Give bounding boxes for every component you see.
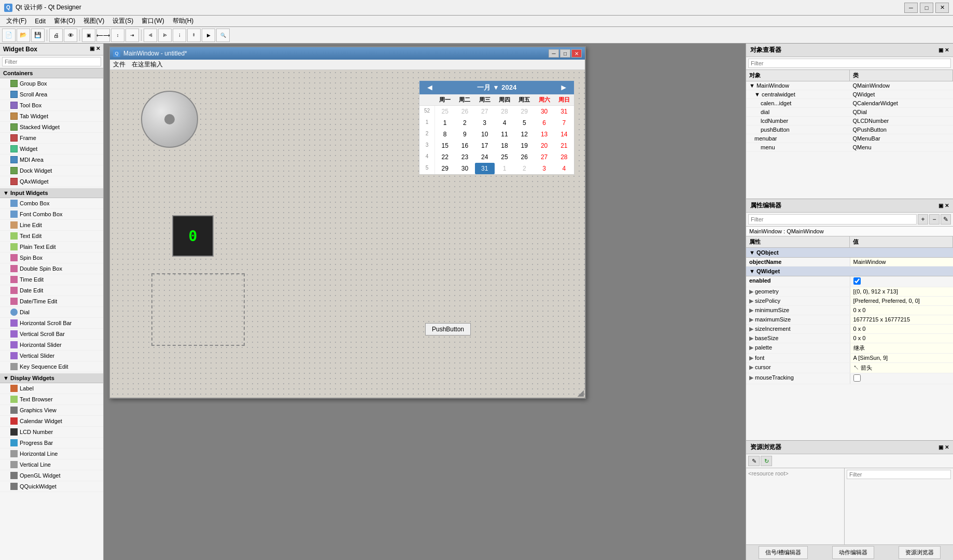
cal-day-cell[interactable]: 30	[534, 106, 554, 117]
tree-row-pushbutton[interactable]: pushButton QPushButton	[746, 125, 953, 134]
cal-day-cell[interactable]: 3	[475, 117, 495, 129]
toolbar-buddy[interactable]: ↕	[111, 29, 124, 42]
enabled-checkbox[interactable]	[853, 277, 861, 285]
wb-item-textedit[interactable]: Text Edit	[0, 231, 103, 242]
cal-day-cell[interactable]: 4	[554, 163, 574, 174]
minimize-button[interactable]: ─	[904, 3, 918, 13]
toolbar-save[interactable]: 💾	[31, 29, 45, 42]
mousetracking-checkbox[interactable]	[853, 374, 861, 382]
tree-row-menu[interactable]: menu QMenu	[746, 143, 953, 152]
menu-form[interactable]: 窗体(O)	[50, 16, 79, 26]
wb-item-plaintextedit[interactable]: Plain Text Edit	[0, 242, 103, 253]
wb-item-vscrollbar[interactable]: Vertical Scroll Bar	[0, 329, 103, 340]
sizeincrement-expand[interactable]: ▶	[749, 326, 753, 332]
wb-item-opengl[interactable]: OpenGL Widget	[0, 470, 103, 481]
palette-expand[interactable]: ▶	[749, 344, 753, 351]
wb-item-doublespinbox[interactable]: Double Spin Box	[0, 263, 103, 274]
minsize-expand[interactable]: ▶	[749, 307, 753, 313]
dw-menu-file[interactable]: 文件	[113, 60, 125, 69]
prop-value-maxsize[interactable]: 16777215 x 16777215	[850, 315, 954, 324]
toolbar-align-bottom[interactable]: ⫵	[187, 29, 201, 42]
dw-minimize[interactable]: ─	[549, 49, 559, 58]
cal-day-cell[interactable]: 16	[455, 140, 474, 151]
cal-day-cell[interactable]: 30	[455, 163, 474, 174]
wb-item-combobox[interactable]: Combo Box	[0, 198, 103, 209]
cal-day-cell[interactable]: 26	[455, 106, 474, 117]
prop-value-basesize[interactable]: 0 x 0	[850, 334, 954, 343]
tree-row-dial[interactable]: dial QDial	[746, 108, 953, 117]
cal-day-cell[interactable]: 6	[534, 117, 554, 129]
wb-item-widget[interactable]: Widget	[0, 144, 103, 155]
tree-row-calendar[interactable]: calen...idget QCalendarWidget	[746, 99, 953, 108]
tree-row-menubar[interactable]: menubar QMenuBar	[746, 134, 953, 143]
cal-day-cell[interactable]: 28	[495, 106, 514, 117]
tree-row-centralwidget[interactable]: ▼ centralwidget QWidget	[746, 90, 953, 99]
wb-item-vline[interactable]: Vertical Line	[0, 459, 103, 470]
cal-day-cell[interactable]: 29	[514, 106, 534, 117]
tree-row-lcdnumber[interactable]: lcdNumber QLCDNumber	[746, 117, 953, 125]
wb-item-qquick[interactable]: QQuickWidget	[0, 481, 103, 492]
cal-day-cell[interactable]: 27	[534, 151, 554, 163]
prop-value-objectname[interactable]: MainWindow	[850, 258, 954, 266]
prop-row-enabled[interactable]: enabled	[746, 276, 953, 287]
cal-day-cell[interactable]: 29	[435, 163, 455, 174]
wb-item-vslider[interactable]: Vertical Slider	[0, 351, 103, 361]
cal-day-cell[interactable]: 17	[475, 140, 495, 151]
cal-day-cell[interactable]: 1	[435, 117, 455, 129]
cal-day-cell[interactable]: 25	[495, 151, 514, 163]
push-button[interactable]: PushButton	[425, 323, 471, 335]
property-filter-edit[interactable]: ✎	[941, 214, 951, 225]
cal-day-cell[interactable]: 14	[554, 129, 574, 140]
menu-file[interactable]: 文件(F)	[2, 16, 31, 26]
cal-day-cell[interactable]: 2	[514, 163, 534, 174]
dial-widget[interactable]	[141, 91, 203, 153]
wb-item-stackedwidget[interactable]: Stacked Widget	[0, 122, 103, 133]
menu-window[interactable]: 窗口(W)	[137, 16, 168, 26]
basesize-expand[interactable]: ▶	[749, 335, 753, 341]
wb-item-hline[interactable]: Horizontal Line	[0, 449, 103, 459]
prop-row-geometry[interactable]: ▶geometry [(0, 0), 912 x 713]	[746, 287, 953, 297]
wb-item-calendarwidget[interactable]: Calendar Widget	[0, 416, 103, 427]
resource-filter-input[interactable]	[847, 470, 951, 479]
prop-value-palette[interactable]: 继承	[850, 343, 954, 353]
wb-item-frame[interactable]: Frame	[0, 133, 103, 144]
wb-category-containers[interactable]: Containers	[0, 68, 103, 78]
prop-row-basesize[interactable]: ▶baseSize 0 x 0	[746, 334, 953, 343]
toolbar-preview[interactable]: 👁	[64, 29, 77, 42]
cal-day-cell[interactable]: 1	[495, 163, 514, 174]
mousetracking-expand[interactable]: ▶	[749, 374, 753, 381]
wb-item-hscrollbar[interactable]: Horizontal Scroll Bar	[0, 318, 103, 329]
menu-settings[interactable]: 设置(S)	[108, 16, 137, 26]
dw-menu-type[interactable]: 在这里输入	[132, 60, 163, 69]
prop-row-sizeincrement[interactable]: ▶sizeIncrement 0 x 0	[746, 325, 953, 334]
tree-row-mainwindow[interactable]: ▼ MainWindow QMainWindow	[746, 81, 953, 90]
wb-item-fontcombobox[interactable]: Font Combo Box	[0, 209, 103, 220]
cal-day-cell[interactable]: 4	[495, 117, 514, 129]
prop-value-sizeincrement[interactable]: 0 x 0	[850, 325, 954, 333]
signal-slot-editor-btn[interactable]: 信号/槽编辑器	[759, 546, 808, 559]
wb-item-textbrowser[interactable]: Text Browser	[0, 394, 103, 405]
toolbar-zoom[interactable]: 🔍	[216, 29, 230, 42]
dw-close[interactable]: ✕	[571, 49, 582, 58]
prop-value-sizepolicy[interactable]: [Preferred, Preferred, 0, 0]	[850, 297, 954, 305]
prop-row-palette[interactable]: ▶palette 继承	[746, 343, 953, 354]
cursor-expand[interactable]: ▶	[749, 364, 753, 370]
menu-view[interactable]: 视图(V)	[79, 16, 108, 26]
wb-item-scrollarea[interactable]: Scroll Area	[0, 89, 103, 100]
object-inspector-filter-input[interactable]	[748, 59, 951, 68]
wb-item-dockwidget[interactable]: Dock Widget	[0, 165, 103, 176]
cal-day-cell[interactable]: 19	[514, 140, 534, 151]
cal-day-cell[interactable]: 13	[534, 129, 554, 140]
wb-item-spinbox[interactable]: Spin Box	[0, 253, 103, 263]
prop-row-objectname[interactable]: objectName MainWindow	[746, 258, 953, 267]
cal-day-cell[interactable]: 31	[554, 106, 574, 117]
wb-item-groupbox[interactable]: Group Box	[0, 78, 103, 89]
prop-row-font[interactable]: ▶font A [SimSun, 9]	[746, 354, 953, 363]
prop-row-mousetracking[interactable]: ▶mouseTracking	[746, 373, 953, 384]
cal-day-cell[interactable]: 5	[514, 117, 534, 129]
wb-item-tabwidget[interactable]: Tab Widget	[0, 111, 103, 122]
cal-day-cell[interactable]: 10	[475, 129, 495, 140]
wb-category-display[interactable]: ▼ Display Widgets	[0, 373, 103, 383]
cal-day-cell[interactable]: 21	[554, 140, 574, 151]
prop-row-cursor[interactable]: ▶cursor ↖ 箭头	[746, 363, 953, 373]
